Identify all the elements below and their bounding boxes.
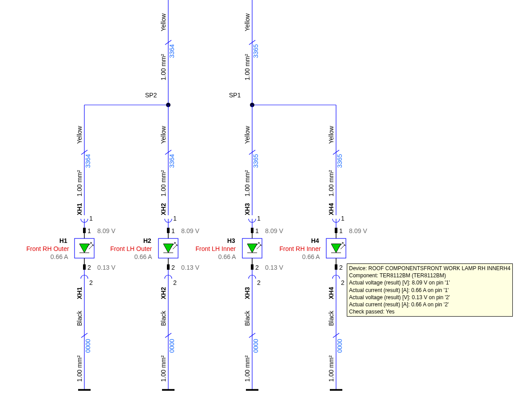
top-wire-left[interactable]: Yellow 3364 1.00 mm² bbox=[160, 0, 175, 105]
top-wire-left-color: Yellow bbox=[160, 13, 167, 31]
svg-text:XH2: XH2 bbox=[160, 287, 167, 299]
svg-text:Front RH Inner: Front RH Inner bbox=[279, 245, 321, 252]
branch-1[interactable]: Yellow 3364 1.00 mm² XH1 1 1 8.09 V H1 F… bbox=[26, 105, 116, 391]
tooltip-line: Actual voltage (result) [V]: 8.09 V on p… bbox=[349, 279, 511, 286]
svg-text:3365: 3365 bbox=[252, 154, 259, 168]
tooltip-line: Device: ROOF COMPONENTSFRONT WORK LAMP R… bbox=[349, 265, 511, 272]
svg-text:XH2: XH2 bbox=[160, 203, 167, 215]
svg-text:0000: 0000 bbox=[84, 339, 91, 353]
tooltip-line: Check passed: Yes bbox=[349, 308, 511, 315]
top-wire-right-id: 3365 bbox=[252, 44, 259, 58]
svg-text:0.13 V: 0.13 V bbox=[97, 264, 116, 271]
svg-text:1.00 mm²: 1.00 mm² bbox=[160, 170, 167, 196]
splice-sp1-label: SP1 bbox=[229, 92, 241, 99]
ground-1 bbox=[78, 389, 91, 391]
wiring-diagram[interactable]: Yellow 3364 1.00 mm² Yellow 3365 1.00 mm… bbox=[0, 0, 532, 401]
top-wire-left-gauge: 1.00 mm² bbox=[160, 54, 167, 80]
svg-text:0000: 0000 bbox=[252, 339, 259, 353]
svg-text:1: 1 bbox=[173, 215, 177, 222]
svg-text:Yellow: Yellow bbox=[328, 125, 335, 144]
svg-text:8.09 V: 8.09 V bbox=[265, 227, 283, 234]
top-wire-left-id: 3364 bbox=[168, 44, 175, 58]
svg-text:H3: H3 bbox=[227, 237, 235, 244]
device-h4[interactable] bbox=[326, 238, 346, 258]
svg-text:2: 2 bbox=[341, 279, 345, 286]
branch-3[interactable]: Yellow 3365 1.00 mm² XH3 1 1 8.09 V H3 F… bbox=[195, 105, 283, 391]
svg-text:1.00 mm²: 1.00 mm² bbox=[328, 170, 335, 196]
svg-text:H4: H4 bbox=[311, 237, 319, 244]
svg-text:H2: H2 bbox=[143, 237, 151, 244]
svg-text:1: 1 bbox=[257, 215, 261, 222]
svg-text:2: 2 bbox=[171, 264, 175, 271]
ground-4 bbox=[330, 389, 342, 391]
svg-text:0.13 V: 0.13 V bbox=[265, 264, 283, 271]
svg-text:8.09 V: 8.09 V bbox=[349, 227, 367, 234]
top-wire-right-color: Yellow bbox=[244, 13, 251, 31]
tooltip-line: Actual current (result) [A]: 0.66 A on p… bbox=[349, 301, 511, 308]
svg-text:1: 1 bbox=[89, 215, 93, 222]
svg-text:2: 2 bbox=[257, 279, 261, 286]
svg-text:H1: H1 bbox=[59, 237, 67, 244]
svg-text:1.00 mm²: 1.00 mm² bbox=[76, 170, 83, 196]
svg-text:1.00 mm²: 1.00 mm² bbox=[76, 355, 83, 382]
device-h1[interactable] bbox=[75, 238, 94, 258]
top-wire-right[interactable]: Yellow 3365 1.00 mm² bbox=[244, 0, 259, 105]
svg-text:2: 2 bbox=[339, 264, 343, 271]
svg-text:0.66 A: 0.66 A bbox=[302, 253, 320, 260]
svg-text:0.13 V: 0.13 V bbox=[181, 264, 200, 271]
svg-text:XH1: XH1 bbox=[76, 203, 83, 215]
svg-text:Black: Black bbox=[328, 310, 335, 326]
tooltip-line: Component: TER8112BM (TER8112BM) bbox=[349, 272, 511, 279]
device-h2[interactable] bbox=[158, 238, 178, 258]
svg-text:XH4: XH4 bbox=[328, 203, 335, 215]
svg-text:1: 1 bbox=[339, 227, 343, 234]
svg-text:0.66 A: 0.66 A bbox=[134, 253, 152, 260]
top-wire-right-gauge: 1.00 mm² bbox=[244, 54, 251, 80]
svg-text:3364: 3364 bbox=[168, 154, 175, 168]
svg-text:Yellow: Yellow bbox=[244, 125, 251, 144]
svg-text:XH1: XH1 bbox=[76, 287, 83, 299]
tooltip-line: Actual voltage (result) [V]: 0.13 V on p… bbox=[349, 294, 511, 301]
svg-text:1: 1 bbox=[171, 227, 175, 234]
tooltip-line: Actual current (result) [A]: 0.66 A on p… bbox=[349, 287, 511, 294]
svg-text:Front RH Outer: Front RH Outer bbox=[26, 245, 69, 252]
branch-2[interactable]: Yellow 3364 1.00 mm² XH2 1 1 8.09 V H2 F… bbox=[110, 105, 200, 391]
svg-text:Yellow: Yellow bbox=[76, 125, 83, 144]
svg-text:1: 1 bbox=[341, 215, 345, 222]
splice-sp2-label: SP2 bbox=[145, 92, 157, 99]
svg-text:Black: Black bbox=[244, 310, 251, 326]
svg-text:Front LH Inner: Front LH Inner bbox=[195, 245, 236, 252]
svg-text:0.66 A: 0.66 A bbox=[218, 253, 236, 260]
svg-text:1.00 mm²: 1.00 mm² bbox=[160, 355, 167, 382]
svg-text:3364: 3364 bbox=[84, 154, 91, 168]
svg-text:Black: Black bbox=[76, 310, 83, 326]
ground-3 bbox=[246, 389, 258, 391]
svg-text:0000: 0000 bbox=[336, 339, 343, 353]
svg-text:0000: 0000 bbox=[168, 339, 175, 353]
svg-text:Front LH Outer: Front LH Outer bbox=[110, 245, 152, 252]
device-tooltip: Device: ROOF COMPONENTSFRONT WORK LAMP R… bbox=[347, 263, 513, 317]
svg-text:XH3: XH3 bbox=[244, 287, 251, 299]
svg-text:8.09 V: 8.09 V bbox=[181, 227, 200, 234]
branch-4[interactable]: Yellow 3365 1.00 mm² XH4 1 1 8.09 V H4 F… bbox=[279, 105, 367, 391]
svg-text:1: 1 bbox=[87, 227, 91, 234]
svg-text:XH3: XH3 bbox=[244, 203, 251, 215]
svg-text:2: 2 bbox=[255, 264, 259, 271]
svg-text:2: 2 bbox=[173, 279, 177, 286]
svg-text:3365: 3365 bbox=[336, 154, 343, 168]
ground-2 bbox=[162, 389, 175, 391]
svg-text:2: 2 bbox=[89, 279, 93, 286]
svg-text:1.00 mm²: 1.00 mm² bbox=[328, 355, 335, 382]
device-h3[interactable] bbox=[242, 238, 262, 258]
svg-text:8.09 V: 8.09 V bbox=[97, 227, 116, 234]
svg-text:XH4: XH4 bbox=[328, 287, 335, 299]
svg-text:2: 2 bbox=[87, 264, 91, 271]
svg-text:Black: Black bbox=[160, 310, 167, 326]
svg-text:1.00 mm²: 1.00 mm² bbox=[244, 355, 251, 382]
svg-text:Yellow: Yellow bbox=[160, 125, 167, 144]
svg-text:1.00 mm²: 1.00 mm² bbox=[244, 170, 251, 196]
svg-text:0.66 A: 0.66 A bbox=[50, 253, 68, 260]
svg-text:1: 1 bbox=[255, 227, 259, 234]
